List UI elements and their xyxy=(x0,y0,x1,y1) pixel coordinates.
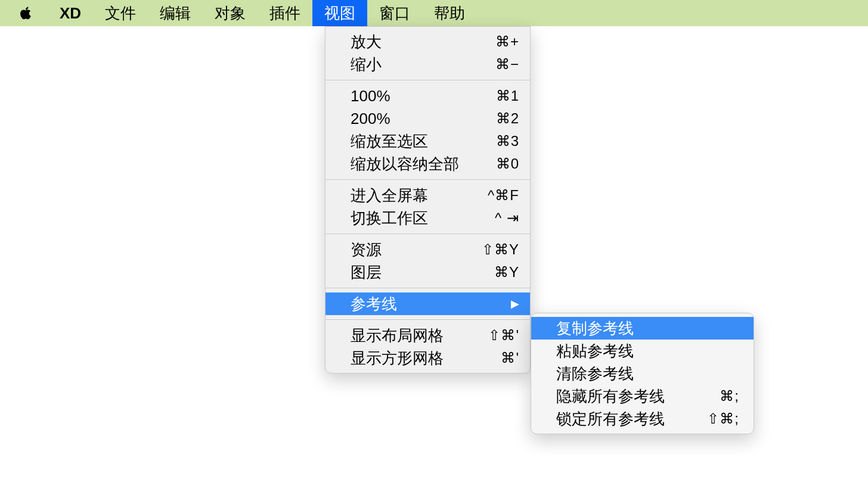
menu-edit[interactable]: 编辑 xyxy=(148,0,203,26)
menu-item-label: 参考线 xyxy=(351,294,397,315)
menu-zoom-out[interactable]: 缩小 ⌘− xyxy=(326,53,530,76)
menu-item-shortcut: ⌘' xyxy=(501,350,519,366)
menu-item-shortcut: ⌘2 xyxy=(496,110,519,127)
menu-item-label: 100% xyxy=(351,87,390,105)
menu-item-label: 隐藏所有参考线 xyxy=(556,386,665,407)
menu-item-label: 显示布局网格 xyxy=(351,325,444,346)
menu-item-shortcut: ^ ⇥ xyxy=(495,210,519,226)
submenu-paste-guides[interactable]: 粘贴参考线 xyxy=(531,340,754,362)
menu-help[interactable]: 帮助 xyxy=(422,0,477,26)
menu-assets[interactable]: 资源 ⇧⌘Y xyxy=(326,238,530,261)
menu-item-label: 进入全屏幕 xyxy=(351,185,428,206)
submenu-copy-guides[interactable]: 复制参考线 xyxy=(531,317,754,340)
menu-item-shortcut: ⌘Y xyxy=(494,264,519,281)
menu-item-shortcut: ⇧⌘Y xyxy=(482,241,519,258)
menu-zoom-in[interactable]: 放大 ⌘+ xyxy=(326,30,530,53)
menu-separator xyxy=(326,179,530,180)
menu-item-label: 复制参考线 xyxy=(556,318,634,339)
menu-window[interactable]: 窗口 xyxy=(367,0,422,26)
menu-item-shortcut: ⌘+ xyxy=(495,33,519,50)
menu-item-label: 切换工作区 xyxy=(351,208,428,229)
menu-item-shortcut: ⌘1 xyxy=(496,88,519,104)
menu-fullscreen[interactable]: 进入全屏幕 ^⌘F xyxy=(326,184,530,207)
menu-separator xyxy=(326,319,530,320)
menu-item-shortcut: ⌘; xyxy=(720,388,739,404)
menu-zoom-100[interactable]: 100% ⌘1 xyxy=(326,85,530,107)
menu-switch-workspace[interactable]: 切换工作区 ^ ⇥ xyxy=(326,207,530,229)
menu-item-shortcut: ⇧⌘; xyxy=(707,410,739,427)
menu-separator xyxy=(326,234,530,234)
menu-zoom-selection[interactable]: 缩放至选区 ⌘3 xyxy=(326,130,530,152)
submenu-arrow-icon: ▶ xyxy=(511,297,519,310)
menu-item-shortcut: ⌘0 xyxy=(496,155,519,172)
menu-separator xyxy=(326,288,530,288)
guides-submenu: 复制参考线 粘贴参考线 清除参考线 隐藏所有参考线 ⌘; 锁定所有参考线 ⇧⌘; xyxy=(531,313,754,434)
menu-item-label: 锁定所有参考线 xyxy=(556,409,665,429)
menu-item-shortcut: ⌘− xyxy=(495,56,519,73)
menu-separator xyxy=(326,80,530,80)
menu-guides[interactable]: 参考线 ▶ xyxy=(326,292,530,315)
menu-item-label: 图层 xyxy=(351,262,382,283)
menu-item-label: 资源 xyxy=(351,239,382,260)
menubar: XD 文件 编辑 对象 插件 视图 窗口 帮助 xyxy=(0,0,868,26)
menu-item-label: 显示方形网格 xyxy=(351,348,444,369)
submenu-clear-guides[interactable]: 清除参考线 xyxy=(531,362,754,385)
app-name[interactable]: XD xyxy=(48,0,93,26)
menu-layers[interactable]: 图层 ⌘Y xyxy=(326,261,530,284)
menu-item-label: 放大 xyxy=(351,32,382,52)
menu-layout-grid[interactable]: 显示布局网格 ⇧⌘' xyxy=(326,324,530,347)
menu-square-grid[interactable]: 显示方形网格 ⌘' xyxy=(326,347,530,369)
menu-item-label: 缩放以容纳全部 xyxy=(351,154,459,175)
menu-item-label: 缩放至选区 xyxy=(351,131,428,152)
menu-object[interactable]: 对象 xyxy=(203,0,258,26)
menu-item-label: 粘贴参考线 xyxy=(556,341,634,362)
view-dropdown: 放大 ⌘+ 缩小 ⌘− 100% ⌘1 200% ⌘2 缩放至选区 ⌘3 缩放以… xyxy=(325,26,531,374)
menu-plugin[interactable]: 插件 xyxy=(258,0,312,26)
menu-item-label: 缩小 xyxy=(351,54,382,75)
submenu-hide-all-guides[interactable]: 隐藏所有参考线 ⌘; xyxy=(531,385,754,407)
menu-item-shortcut: ⇧⌘' xyxy=(488,327,519,344)
submenu-lock-all-guides[interactable]: 锁定所有参考线 ⇧⌘; xyxy=(531,407,754,430)
menu-zoom-200[interactable]: 200% ⌘2 xyxy=(326,107,530,130)
menu-zoom-fit[interactable]: 缩放以容纳全部 ⌘0 xyxy=(326,152,530,175)
apple-logo-icon[interactable] xyxy=(18,5,33,21)
menu-view[interactable]: 视图 xyxy=(312,0,367,26)
menu-item-shortcut: ⌘3 xyxy=(496,133,519,150)
menu-item-label: 清除参考线 xyxy=(556,363,634,384)
menu-file[interactable]: 文件 xyxy=(93,0,148,26)
menu-item-label: 200% xyxy=(351,110,390,128)
menu-item-shortcut: ^⌘F xyxy=(488,187,519,204)
